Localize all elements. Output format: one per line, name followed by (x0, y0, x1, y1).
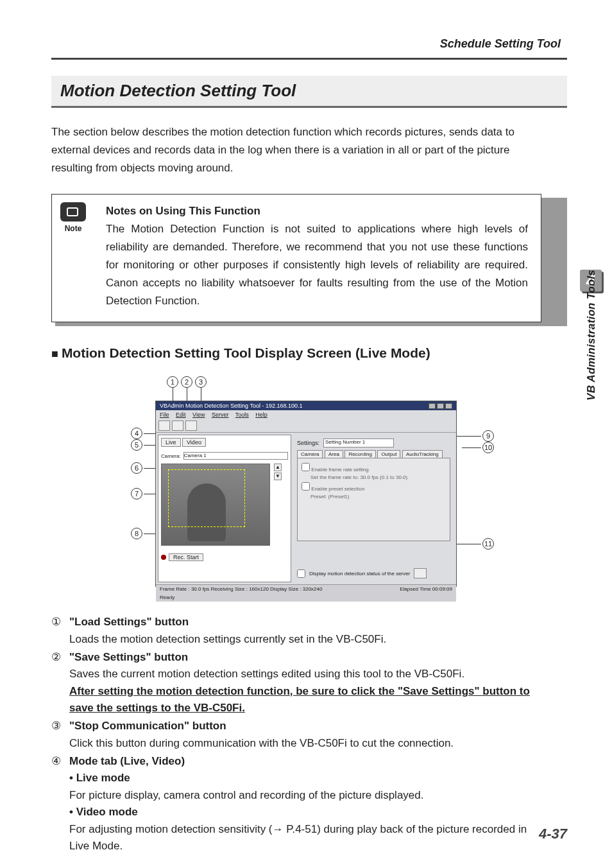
callout-2: 2 (181, 376, 192, 388)
item-1-text: Loads the motion detection settings curr… (69, 631, 541, 648)
item-1-num: ① (51, 614, 69, 648)
menu-bar[interactable]: File Edit View Server Tools Help (156, 410, 456, 419)
menu-help[interactable]: Help (255, 412, 268, 418)
callout-10: 10 (482, 442, 494, 453)
item-2-num: ② (51, 649, 69, 716)
item-4-sub1: • Live mode (69, 770, 541, 786)
menu-server[interactable]: Server (212, 412, 229, 418)
callout-5: 5 (131, 439, 142, 451)
callout-9: 9 (482, 430, 494, 442)
mode-tab-video[interactable]: Video (182, 438, 206, 447)
toolbar (156, 419, 456, 433)
item-4-text1: For picture display, camera control and … (69, 787, 541, 804)
note-icon-label: Note (51, 224, 96, 233)
display-status-label: Display motion detection status of the s… (309, 571, 410, 577)
preset-checkbox[interactable] (302, 482, 310, 490)
callout-11: 11 (482, 538, 494, 550)
item-4-title: Mode tab (Live, Video) (69, 753, 541, 770)
frame-rate-field-label: Set the frame rate to: (310, 474, 359, 480)
menu-view[interactable]: View (192, 412, 205, 418)
callout-4: 4 (131, 428, 142, 439)
status-right: Elapsed Time 00:09:09 (400, 586, 452, 592)
callout-7: 7 (131, 488, 142, 499)
minimize-button[interactable] (429, 403, 436, 409)
item-2-underline: After setting the motion detection funct… (69, 683, 541, 717)
toolbar-load-icon[interactable] (158, 421, 170, 431)
zoom-sliders: ▲ ▼ (274, 464, 287, 482)
window-title: VBAdmin Motion Detection Setting Tool - … (160, 403, 302, 409)
app-window: VBAdmin Motion Detection Setting Tool - … (155, 401, 457, 587)
item-3-num: ③ (51, 718, 69, 752)
section-title: Motion Detection Setting Tool (60, 81, 558, 101)
camera-select[interactable]: Camera 1 (183, 452, 288, 460)
toolbar-save-icon[interactable] (172, 421, 183, 431)
preset-field-value: (Preset1) (328, 494, 350, 499)
note-icon (60, 202, 86, 221)
menu-edit[interactable]: Edit (176, 412, 186, 418)
callout-3: 3 (195, 376, 207, 388)
status-ready-bar: Ready (156, 593, 456, 602)
callout-8: 8 (131, 528, 142, 539)
settings-number-select[interactable]: Setting Number 1 (323, 438, 394, 447)
tab-camera[interactable]: Camera (297, 450, 323, 458)
maximize-button[interactable] (437, 403, 444, 409)
status-bar: Frame Rate : 30.0 fps Receiving Size : 1… (156, 584, 456, 593)
rec-indicator-icon (161, 555, 166, 560)
item-1-title: "Load Settings" button (69, 614, 541, 630)
toolbar-stop-icon[interactable] (185, 421, 197, 431)
item-4-text2: For adjusting motion detection sensitivi… (69, 821, 541, 855)
camera-label: Camera: (161, 453, 181, 459)
preset-field-label: Preset: (310, 494, 327, 499)
frame-rate-label: Enable frame rate setting (311, 467, 368, 473)
frame-rate-checkbox[interactable] (302, 463, 310, 471)
tab-audiotracking[interactable]: AudioTracking (402, 450, 443, 458)
close-button[interactable] (445, 403, 452, 409)
page-number: 4-37 (539, 826, 567, 842)
tab-area[interactable]: Area (325, 450, 343, 458)
screenshot-figure: 1 2 3 4 5 6 7 8 9 10 11 VBAdmin Motion D… (85, 374, 534, 598)
rec-start-button[interactable]: Rec. Start (169, 553, 203, 561)
item-3-title: "Stop Communication" button (69, 718, 541, 734)
note-body: The Motion Detection Function is not sui… (106, 220, 528, 310)
menu-file[interactable]: File (160, 412, 169, 418)
display-status-checkbox[interactable] (297, 569, 305, 578)
mode-tab-live[interactable]: Live (161, 438, 181, 447)
callout-1: 1 (167, 376, 178, 388)
menu-tools[interactable]: Tools (235, 412, 249, 418)
section-title-bar: Motion Detection Setting Tool (51, 76, 567, 108)
callout-description-list: ① "Load Settings" button Loads the motio… (51, 614, 567, 855)
video-viewer (161, 464, 270, 546)
settings-pane: Settings: Setting Number 1 Camera Area R… (293, 435, 454, 582)
camera-panel: Enable frame rate setting Set the frame … (297, 458, 450, 541)
video-frame (162, 464, 269, 545)
status-ready: Ready (160, 595, 174, 600)
note-title: Notes on Using This Function (106, 205, 528, 218)
tab-recording[interactable]: Recording (344, 450, 375, 458)
frame-rate-field-value: 30.0 fps (0.1 to 30.0) (360, 474, 407, 480)
slider-down-icon[interactable]: ▼ (274, 473, 282, 480)
callout-6: 6 (131, 462, 142, 474)
item-2-title: "Save Settings" button (69, 649, 541, 666)
slider-up-icon[interactable]: ▲ (274, 464, 282, 471)
window-titlebar: VBAdmin Motion Detection Setting Tool - … (156, 401, 456, 410)
item-2-text: Saves the current motion detection setti… (69, 666, 541, 682)
status-left: Frame Rate : 30.0 fps Receiving Size : 1… (160, 586, 322, 592)
item-4-sub2: • Video mode (69, 804, 541, 820)
motion-status-icon (414, 568, 427, 578)
item-3-text: Click this button during communication w… (69, 735, 541, 752)
page-header: Schedule Setting Tool (440, 37, 561, 51)
tab-output[interactable]: Output (377, 450, 400, 458)
intro-paragraph: The section below describes the motion d… (51, 123, 541, 177)
display-screen-heading: Motion Detection Setting Tool Display Sc… (51, 345, 567, 361)
header-rule (51, 58, 567, 60)
detection-area-frame[interactable] (168, 469, 245, 527)
settings-label: Settings: (297, 440, 319, 446)
item-4-num: ④ (51, 753, 69, 855)
viewer-pane: Live Video Camera: Camera 1 ▲ (158, 435, 291, 582)
sidebar-title: VB Administration Tools (585, 270, 598, 401)
note-box: Note Notes on Using This Function The Mo… (51, 194, 541, 322)
preset-label: Enable preset selection (311, 486, 364, 492)
